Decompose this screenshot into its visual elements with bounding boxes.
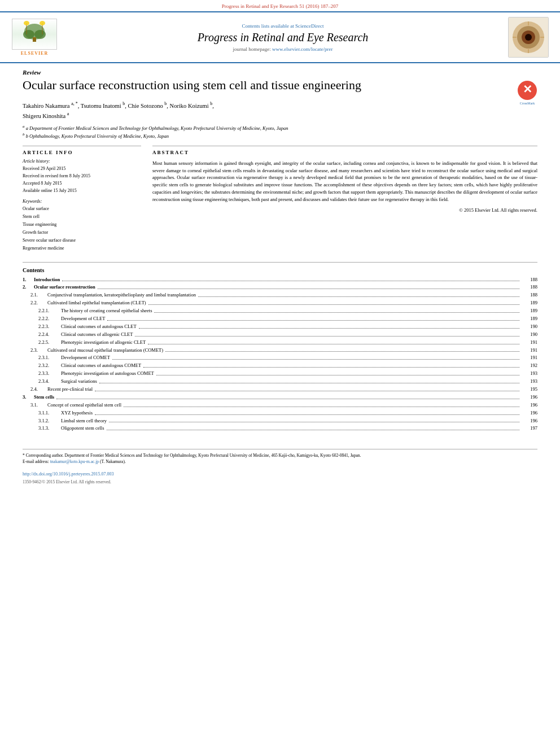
toc-num: 3.1. bbox=[30, 402, 47, 409]
article-body-two-col: ARTICLE INFO Article history: Received 2… bbox=[23, 146, 537, 253]
toc-num: 3.1.3. bbox=[38, 425, 61, 432]
toc-num: 2.2. bbox=[30, 300, 47, 307]
toc-dots bbox=[198, 296, 519, 297]
keyword-6: Regenerative medicine bbox=[23, 245, 141, 252]
toc-num: 3.1.2. bbox=[38, 418, 61, 425]
article-main-content: Review Ocular surface reconstruction usi… bbox=[0, 63, 560, 491]
toc-num: 2. bbox=[23, 284, 34, 291]
toc-page: 191 bbox=[522, 339, 537, 346]
toc-num: 2.3.1. bbox=[38, 355, 61, 361]
toc-item: 2.3.4.Surgical variations193 bbox=[23, 378, 537, 385]
toc-dots bbox=[56, 399, 519, 399]
toc-item: 2.2.3.Clinical outcomes of autologous CL… bbox=[23, 324, 537, 330]
toc-item: 1.Introduction188 bbox=[23, 277, 537, 283]
toc-num: 2.3. bbox=[30, 347, 47, 354]
toc-dots bbox=[148, 304, 519, 305]
toc-dots bbox=[154, 312, 519, 313]
accepted-date: Accepted 8 July 2015 bbox=[23, 180, 141, 186]
article-type: Review bbox=[23, 69, 537, 76]
toc-num: 2.3.2. bbox=[38, 362, 61, 369]
toc-page: 189 bbox=[522, 316, 537, 322]
toc-page: 190 bbox=[522, 324, 537, 330]
toc-num: 2.2.5. bbox=[38, 339, 61, 346]
toc-item: 2.2.4.Clinical outcomes of allogenic CLE… bbox=[23, 331, 537, 338]
journal-homepage-link[interactable]: www.elsevier.com/locate/prer bbox=[272, 46, 333, 52]
toc-label: Clinical outcomes of autologous CLET bbox=[61, 324, 137, 330]
footer: * Corresponding author. Department of Fr… bbox=[23, 449, 537, 486]
toc-label: Clinical outcomes of allogenic CLET bbox=[61, 331, 133, 338]
received-date: Received 29 April 2015 bbox=[23, 165, 141, 172]
svg-point-12 bbox=[525, 34, 532, 41]
toc-page: 188 bbox=[522, 284, 537, 291]
toc-item: 3.1.2.Limbal stem cell theory196 bbox=[23, 418, 537, 425]
toc-item: 2.2.Cultivated limbal epithelial transpl… bbox=[23, 300, 537, 307]
toc-page: 196 bbox=[522, 402, 537, 409]
toc-item: 3.1.Concept of corneal epithelial stem c… bbox=[23, 402, 537, 409]
toc-page: 196 bbox=[522, 410, 537, 417]
article-history-label: Article history: bbox=[23, 159, 141, 164]
crossmark-icon[interactable]: ✕ CrossMark bbox=[517, 80, 537, 101]
elsevier-logo-container: ELSEVIER bbox=[9, 19, 60, 56]
article-info-panel: ARTICLE INFO Article history: Received 2… bbox=[23, 146, 141, 253]
email-link[interactable]: tnakamur@koto.kpu-m.ac.jp bbox=[50, 459, 99, 464]
toc-page: 189 bbox=[522, 308, 537, 314]
toc-page: 197 bbox=[522, 425, 537, 432]
toc-num: 2.3.4. bbox=[38, 378, 61, 385]
journal-reference: Progress in Retinal and Eye Research 51 … bbox=[0, 0, 560, 11]
toc-dots bbox=[109, 422, 519, 422]
doi-link[interactable]: http://dx.doi.org/10.1016/j.preteyeres.2… bbox=[23, 471, 113, 477]
toc-dots bbox=[139, 328, 519, 329]
toc-label: Development of CLET bbox=[61, 316, 105, 322]
toc-item: 2.4.Recent pre-clinical trial195 bbox=[23, 386, 537, 393]
journal-cover-image bbox=[508, 17, 549, 58]
keyword-5: Severe ocular surface disease bbox=[23, 237, 141, 244]
journal-homepage: journal homepage: www.elsevier.com/locat… bbox=[65, 46, 500, 52]
toc-label: Concept of corneal epithelial stem cell bbox=[47, 402, 121, 409]
toc-item: 2.3.Cultivated oral mucosal epithelial t… bbox=[23, 347, 537, 354]
toc-num: 3. bbox=[23, 394, 34, 401]
footnote-text: * Corresponding author. Department of Fr… bbox=[23, 453, 537, 459]
sciencedirect-label: Contents lists available at ScienceDirec… bbox=[65, 23, 500, 29]
article-title: Ocular surface reconstruction using stem… bbox=[23, 78, 511, 93]
toc-dots bbox=[99, 383, 519, 383]
toc-num: 2.2.2. bbox=[38, 316, 61, 322]
toc-label: Conjunctival transplantation, keratoepit… bbox=[47, 292, 196, 299]
svg-point-5 bbox=[24, 21, 29, 25]
toc-page: 190 bbox=[522, 331, 537, 338]
toc-label: Introduction bbox=[34, 277, 60, 283]
toc-item: 2.3.3.Phenotypic investigation of autolo… bbox=[23, 370, 537, 377]
journal-title: Progress in Retinal and Eye Research bbox=[65, 31, 500, 44]
toc-page: 193 bbox=[522, 378, 537, 385]
elsevier-tree-icon bbox=[18, 20, 51, 43]
keywords-label: Keywords: bbox=[23, 199, 141, 204]
toc-item: 2.2.2.Development of CLET189 bbox=[23, 316, 537, 322]
contents-section: Contents 1.Introduction1882.Ocular surfa… bbox=[23, 262, 537, 433]
toc-label: Cultivated limbal epithelial transplanta… bbox=[47, 300, 146, 307]
toc-label: Oligopotent stem cells bbox=[61, 425, 104, 432]
toc-dots bbox=[107, 430, 520, 430]
toc-num: 3.1.1. bbox=[38, 410, 61, 417]
toc-dots bbox=[148, 344, 519, 344]
toc-dots bbox=[135, 336, 519, 337]
toc-dots bbox=[95, 414, 519, 415]
toc-item: 2.2.5.Phenotypic investigation of alloge… bbox=[23, 339, 537, 346]
toc-item: 2.Ocular surface reconstruction188 bbox=[23, 284, 537, 291]
toc-page: 191 bbox=[522, 347, 537, 354]
toc-dots bbox=[165, 351, 519, 352]
topbar-text: Progress in Retinal and Eye Research 51 … bbox=[222, 3, 338, 9]
article-info-title: ARTICLE INFO bbox=[23, 150, 141, 155]
available-date: Available online 15 July 2015 bbox=[23, 187, 141, 194]
toc-num: 2.2.4. bbox=[38, 331, 61, 338]
toc-label: XYZ hypothesis bbox=[61, 410, 93, 417]
toc-item: 3.Stem cells196 bbox=[23, 394, 537, 401]
toc-label: Clinical outcomes of autologous COMET bbox=[61, 362, 141, 369]
toc-dots bbox=[156, 375, 519, 375]
affiliations: a a Department of Frontier Medical Scien… bbox=[23, 124, 537, 140]
toc-num: 2.3.3. bbox=[38, 370, 61, 377]
keyword-4: Growth factor bbox=[23, 229, 141, 236]
toc-page: 195 bbox=[522, 386, 537, 393]
toc-dots bbox=[107, 320, 519, 321]
toc-label: The history of creating corneal epitheli… bbox=[61, 308, 152, 314]
toc-page: 196 bbox=[522, 394, 537, 401]
toc-dots bbox=[62, 281, 519, 281]
